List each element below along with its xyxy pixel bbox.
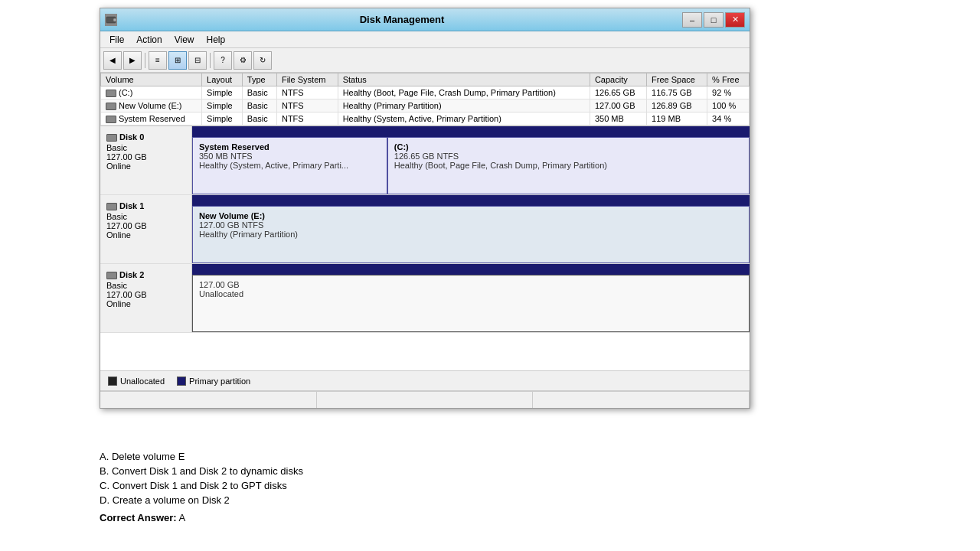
disk-size: 127.00 GB [106,290,185,299]
table-cell: Healthy (System, Active, Primary Partiti… [338,112,590,126]
table-cell: NTFS [276,99,338,112]
refresh-button[interactable]: ↻ [253,51,272,70]
disk-status: Online [106,299,185,308]
table-cell: 92 % [707,86,750,99]
table-cell: NTFS [276,86,338,99]
partition-status: Healthy (System, Active, Primary Parti..… [199,161,381,170]
view-option-button[interactable]: ⊟ [188,51,207,70]
disk-row: Disk 2Basic127.00 GBOnline127.00 GBUnall… [100,264,750,333]
legend-unallocated-color [108,377,117,386]
partition-status: Healthy (Primary Partition) [199,230,743,239]
view-list-button[interactable]: ≡ [149,51,167,70]
option-d-text: Create a volume on Disk 2 [113,494,230,506]
table-cell: Basic [242,86,276,99]
back-button[interactable]: ◀ [103,51,122,70]
title-bar: Disk Management – □ ✕ [100,8,750,31]
partition-name: New Volume (E:) [199,211,743,220]
disk-header-bar [192,195,750,206]
table-cell: Simple [202,112,243,126]
table-cell: Healthy (Primary Partition) [338,99,590,112]
option-c: C. Convert Disk 1 and Disk 2 to GPT disk… [100,480,980,491]
col-layout: Layout [202,73,243,86]
volume-icon [106,116,116,123]
option-c-text: Convert Disk 1 and Disk 2 to GPT disks [113,480,287,491]
table-cell: 350 MB [590,112,646,126]
disk-view: Disk 0Basic127.00 GBOnlineSystem Reserve… [100,126,750,371]
window-title: Disk Management [122,14,682,25]
forward-button[interactable]: ▶ [123,51,142,70]
table-cell: Basic [242,99,276,112]
col-filesystem: File System [276,73,338,86]
table-row: (C:)SimpleBasicNTFSHealthy (Boot, Page F… [101,86,750,99]
option-a-label: A. [100,451,109,462]
table-cell: 127.00 GB [590,99,646,112]
disk-row: Disk 1Basic127.00 GBOnlineNew Volume (E:… [100,195,750,264]
table-cell: Simple [202,86,243,99]
properties-button[interactable]: ⚙ [234,51,252,70]
col-status: Status [338,73,590,86]
disk-header-bar [192,264,750,275]
table-cell: System Reserved [101,112,202,126]
disk-name: Disk 2 [106,270,185,279]
help-button[interactable]: ? [214,51,232,70]
menu-view[interactable]: View [168,33,201,47]
partition-status: Healthy (Boot, Page File, Crash Dump, Pr… [394,161,743,170]
table-cell: (C:) [101,86,202,99]
disk-label: Disk 1Basic127.00 GBOnline [100,195,192,263]
correct-answer-label: Correct Answer: [100,512,177,523]
app-icon [105,14,117,26]
volume-table-container: Volume Layout Type File System Status Ca… [100,73,750,126]
menu-file[interactable]: File [103,33,130,47]
table-cell: 126.89 GB [647,99,707,112]
legend-primary-label: Primary partition [189,377,250,386]
toolbar-separator-1 [145,53,145,68]
window-controls: – □ ✕ [682,12,745,28]
partition-size: 350 MB NTFS [199,152,381,161]
disk-label: Disk 2Basic127.00 GBOnline [100,264,192,332]
restore-button[interactable]: □ [704,12,724,28]
col-volume: Volume [101,73,202,86]
disk-icon [106,134,117,142]
table-cell: Simple [202,99,243,112]
disk-content: System Reserved350 MB NTFSHealthy (Syste… [192,126,750,194]
col-freespace: Free Space [647,73,707,86]
table-cell: 100 % [707,99,750,112]
legend-primary: Primary partition [177,377,250,386]
status-cell-1 [100,392,317,408]
option-a: A. Delete volume E [100,451,980,462]
view-detail-button[interactable]: ⊞ [168,51,187,70]
table-cell: 126.65 GB [590,86,646,99]
disk-content: 127.00 GBUnallocated [192,264,750,332]
col-pctfree: % Free [707,73,750,86]
toolbar-separator-2 [210,53,211,68]
table-cell: 116.75 GB [647,86,707,99]
status-cell-2 [317,392,534,408]
table-cell: Healthy (Boot, Page File, Crash Dump, Pr… [338,86,590,99]
table-cell: 119 MB [647,112,707,126]
close-button[interactable]: ✕ [725,12,745,28]
partition[interactable]: 127.00 GBUnallocated [192,275,750,332]
table-cell: Basic [242,112,276,126]
correct-answer: Correct Answer: A [100,512,980,523]
partition-size: 127.00 GB [199,280,743,289]
partition[interactable]: (C:)126.65 GB NTFSHealthy (Boot, Page Fi… [387,137,750,194]
option-d: D. Create a volume on Disk 2 [100,494,980,506]
legend-unallocated-label: Unallocated [120,377,165,386]
partition[interactable]: New Volume (E:)127.00 GB NTFSHealthy (Pr… [192,206,750,263]
menu-action[interactable]: Action [130,33,168,47]
disk-type: Basic [106,281,185,290]
legend-bar: Unallocated Primary partition [100,371,750,391]
minimize-button[interactable]: – [682,12,702,28]
partition[interactable]: System Reserved350 MB NTFSHealthy (Syste… [192,137,387,194]
table-row: System ReservedSimpleBasicNTFSHealthy (S… [101,112,750,126]
partition-name: (C:) [394,142,743,152]
svg-point-1 [113,18,116,21]
volume-table: Volume Layout Type File System Status Ca… [100,73,750,126]
table-cell: New Volume (E:) [101,99,202,112]
disk-partitions: System Reserved350 MB NTFSHealthy (Syste… [192,137,750,194]
option-c-label: C. [100,480,109,491]
disk-status: Online [106,230,185,240]
disk-size: 127.00 GB [106,221,185,230]
legend-unallocated: Unallocated [108,377,165,386]
menu-help[interactable]: Help [201,33,232,47]
